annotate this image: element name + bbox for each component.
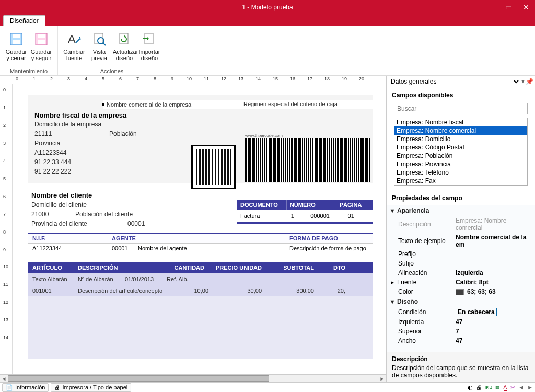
close-button[interactable]: ✕: [517, 0, 535, 15]
data-group-combo[interactable]: Datos generales ▼ 📌: [387, 76, 535, 87]
status-icon-3[interactable]: IKB: [485, 385, 493, 390]
prop-font[interactable]: ▸FuenteCalibri; 8pt: [387, 278, 535, 287]
field-list-item[interactable]: Empresa: Código Postal: [394, 143, 527, 152]
right-panel: Datos generales ▼ 📌 Campos disponibles E…: [386, 76, 535, 382]
field-list-item[interactable]: Empresa: Población: [394, 152, 527, 160]
titlebar: 1 - Modelo prueba — ▭ ✕: [0, 0, 535, 15]
status-nav-left[interactable]: ◄: [518, 384, 524, 390]
prop-sample[interactable]: Texto de ejemploNombre comercial de la e…: [387, 233, 535, 249]
horizontal-scrollbar[interactable]: ◄ ►: [0, 374, 386, 382]
properties-title: Propiedades del campo: [387, 191, 535, 205]
status-icon-2[interactable]: 🖨: [476, 384, 482, 390]
items-r2-desc: Descripción del artículo/concepto: [78, 287, 193, 294]
ribbon-group-actions: A Cambiarfuente Vistaprevia Actualizardi…: [58, 26, 166, 75]
vertical-ruler: 01234567891011121314: [0, 84, 13, 374]
save-and-continue-button[interactable]: Guardary seguir: [29, 29, 53, 62]
prop-suffix[interactable]: Sufijo: [387, 259, 535, 268]
items-h-qty: CANTIDAD: [161, 264, 208, 271]
prop-top[interactable]: Superior7: [387, 327, 535, 336]
import-icon: [138, 30, 161, 49]
status-icon-4[interactable]: ▦: [495, 385, 500, 390]
design-canvas[interactable]: Nombre comercial de la empresa Régimen e…: [13, 84, 386, 374]
doc-header-doc: DOCUMENTO: [237, 200, 287, 210]
save-and-close-button[interactable]: Guardary cerrar: [4, 29, 28, 62]
preview-button[interactable]: Vistaprevia: [87, 29, 111, 62]
fields-search-input[interactable]: [394, 103, 528, 114]
items-r2-pu: 30,00: [208, 287, 266, 294]
properties-help: Descripción Descripción del campo que se…: [387, 352, 535, 382]
nif-v-agent: Nombre del agente: [138, 245, 242, 251]
status-icon-1[interactable]: ◐: [468, 384, 473, 391]
items-h-art: ARTÍCULO: [28, 264, 78, 271]
scroll-thumb[interactable]: [8, 375, 269, 382]
status-icon-5[interactable]: A̲: [503, 384, 507, 391]
scroll-left-arrow[interactable]: ◄: [0, 376, 8, 382]
import-design-button[interactable]: Importardiseño: [137, 29, 161, 62]
items-h-dto: DTO: [318, 264, 350, 271]
minimize-button[interactable]: —: [482, 0, 499, 15]
field-list-item[interactable]: Empresa: Nombre comercial: [394, 126, 527, 135]
ribbon: Guardary cerrar Guardary seguir Mantenim…: [0, 26, 535, 76]
status-icon-6[interactable]: ✂: [510, 384, 515, 391]
svg-rect-4: [38, 34, 45, 38]
company-address[interactable]: Domicilio de la empresa: [34, 121, 101, 128]
tab-designer[interactable]: Diseñador: [3, 15, 45, 26]
company-nif[interactable]: A11223344: [34, 149, 66, 156]
qr-code: [191, 145, 236, 189]
prop-align[interactable]: AlineaciónIzquierda: [387, 268, 535, 278]
group-design[interactable]: ▾Diseño: [387, 296, 535, 307]
field-list-item[interactable]: Empresa: Domicilio: [394, 135, 527, 143]
svg-line-9: [103, 43, 106, 45]
prop-width[interactable]: Ancho47: [387, 336, 535, 345]
update-icon: [113, 30, 136, 49]
client-zip[interactable]: 21000: [31, 211, 49, 218]
maximize-button[interactable]: ▭: [499, 0, 517, 15]
items-r2-qty: 10,00: [193, 287, 208, 294]
company-zip[interactable]: 21111: [34, 130, 52, 137]
company-name[interactable]: Nombre fiscal de la empresa: [34, 111, 126, 119]
prop-condition[interactable]: CondiciónEn cabecera: [387, 307, 535, 317]
field-list-item[interactable]: Empresa: Teléfono: [394, 168, 527, 177]
client-address[interactable]: Domicilio del cliente: [31, 201, 87, 209]
svg-text:A: A: [68, 32, 76, 45]
items-r1-desc: Nº de Albarán: [78, 276, 125, 282]
field-list-item[interactable]: Empresa: Nombre fiscal: [394, 118, 527, 126]
company-phone2[interactable]: 91 22 22 222: [34, 168, 71, 175]
regime-text[interactable]: Régimen especial del criterio de caja: [243, 101, 338, 107]
scroll-right-arrow[interactable]: ►: [378, 376, 386, 382]
doc-icon: 📄: [6, 384, 13, 391]
field-list-item[interactable]: Empresa: Fax: [394, 177, 527, 185]
tab-bar: Diseñador: [0, 15, 535, 26]
field-list-item[interactable]: Empresa: Provincia: [394, 160, 527, 168]
selected-field-label: Nombre comercial de la empresa: [107, 101, 191, 108]
update-design-button[interactable]: Actualizardiseño: [112, 29, 136, 62]
client-code[interactable]: 00001: [127, 220, 145, 227]
client-province[interactable]: Provincia del cliente: [31, 220, 87, 227]
change-font-button[interactable]: A Cambiarfuente: [62, 29, 86, 62]
field-list-item[interactable]: Empresa: Teléfono móvil: [394, 185, 527, 186]
pin-icon[interactable]: 📌: [526, 78, 533, 85]
data-group-select[interactable]: Datos generales: [389, 77, 520, 86]
doc-value-num1: 1: [288, 211, 307, 221]
window-title: 1 - Modelo prueba: [242, 4, 293, 11]
client-city[interactable]: Población del cliente: [75, 211, 133, 218]
nif-h-nif: N.I.F.: [28, 235, 112, 241]
status-nav-right[interactable]: ►: [527, 384, 533, 390]
group-appearance[interactable]: ▾Apariencia: [387, 205, 535, 216]
prop-prefix[interactable]: Prefijo: [387, 249, 535, 259]
nif-h-pay: FORMA DE PAGO: [216, 235, 373, 241]
items-r1-date: 01/01/2013: [125, 276, 167, 282]
prop-left[interactable]: Izquierda47: [387, 317, 535, 327]
company-city[interactable]: Población: [109, 130, 137, 137]
client-name[interactable]: Nombre del cliente: [31, 191, 92, 199]
prop-description[interactable]: DescripciónEmpresa: Nombre comercial: [387, 216, 535, 233]
doc-header-page: PÁGINA: [336, 200, 373, 210]
company-phone1[interactable]: 91 22 33 444: [34, 158, 71, 166]
items-r1-art: Texto Albarán: [28, 276, 78, 282]
items-h-sub: SUBTOTAL: [266, 264, 318, 271]
status-printer-button[interactable]: 🖨 Impresora / Tipo de papel: [51, 383, 131, 392]
fields-list[interactable]: Empresa: Nombre fiscalEmpresa: Nombre co…: [394, 118, 528, 186]
company-province[interactable]: Provincia: [34, 140, 60, 147]
prop-color[interactable]: Color63; 63; 63: [387, 287, 535, 296]
status-info-button[interactable]: 📄 Información: [2, 383, 49, 392]
